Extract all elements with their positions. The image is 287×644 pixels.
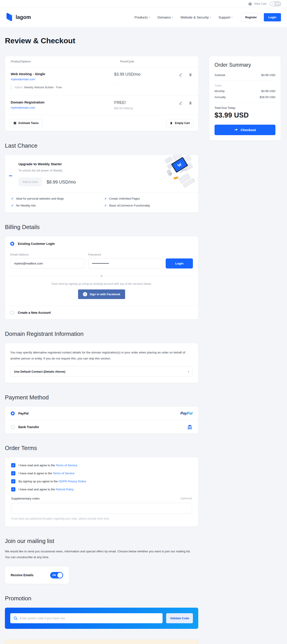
create-account-label: Create a New Account <box>18 311 50 314</box>
nav-products[interactable]: Products ▾ <box>134 16 150 19</box>
term-item: ✓ I have read and agree to the Refund Po… <box>11 487 192 492</box>
notes-optional-badge: (optional) <box>180 497 192 500</box>
upsell-feature: ✓ Ideal for personal websites and blogs <box>11 197 104 200</box>
terms-card: ✓ I have read and agree to the Terms of … <box>5 457 198 526</box>
terms-checkbox[interactable]: ✓ <box>11 471 16 476</box>
checkout-button[interactable]: Checkout <box>214 125 276 135</box>
validate-code-button[interactable]: Validate Code <box>166 613 193 623</box>
total-due-value: $3.99 USD <box>214 111 276 119</box>
paypal-logo: PayPal <box>180 411 192 416</box>
payment-heading: Payment Method <box>5 394 198 401</box>
promotion-bar: Validate Code <box>5 608 198 629</box>
table-row: Web Hosting - Single mytestdomain.com Ad… <box>5 67 198 96</box>
brand-logo[interactable]: lagom <box>6 13 31 22</box>
cart-col-price: Price/Cycle <box>120 60 192 63</box>
edit-icon[interactable] <box>179 73 183 77</box>
main-nav: Products ▾ Domains ▾ Website & Security … <box>134 16 232 19</box>
login-button[interactable]: Login <box>166 258 193 268</box>
order-summary-card: Order Summary Subtotal $3.99 USD Totals … <box>209 56 281 140</box>
upsell-title: Upgrade to Weebly Starter <box>18 162 76 166</box>
nav-website-security[interactable]: Website & Security ▾ <box>181 16 211 19</box>
upsell-feature: ✓ Create Unlimited Pages <box>104 197 192 200</box>
toggle-on-label: ON <box>52 574 56 576</box>
gdpr-privacy-link[interactable]: GDPR Privacy Notice <box>58 480 86 483</box>
facebook-icon: f <box>83 292 87 296</box>
empty-cart-button[interactable]: Empty Cart <box>166 119 193 127</box>
weebly-illustration: W <box>154 155 198 192</box>
register-button[interactable]: Register <box>241 13 261 22</box>
bank-transfer-radio[interactable] <box>11 425 15 429</box>
product-addon: Addon: Weebly Website Builder - Free <box>11 84 114 90</box>
refund-checkbox[interactable]: ✓ <box>11 487 16 492</box>
edit-icon[interactable] <box>179 101 183 105</box>
chevron-down-icon: ▾ <box>172 16 173 18</box>
term-item: ✓ I have read and agree to the Terms of … <box>11 463 192 468</box>
product-domain-link[interactable]: mytestdomain.com <box>11 78 114 81</box>
view-cart-button[interactable]: View Cart <box>248 2 266 6</box>
dark-mode-toggle[interactable]: ✳ OFF <box>270 1 281 6</box>
billing-heading: Billing Details <box>5 224 198 230</box>
calculator-icon <box>14 122 16 125</box>
supplementary-notes-input[interactable] <box>11 503 192 514</box>
payment-option-bank-transfer[interactable]: Bank Transfer <box>5 420 198 434</box>
refund-policy-link[interactable]: Refund Policy <box>56 488 74 491</box>
estimate-taxes-button[interactable]: Estimate Taxes <box>10 119 42 127</box>
upsell-card: Upgrade to Weebly Starter To unlock the … <box>5 155 198 212</box>
toggle-knob <box>57 573 62 578</box>
registrant-contact-select[interactable]: Use Default Contact (Details Above) ▾ <box>10 366 193 377</box>
terms-of-service-link[interactable]: Terms of Service <box>56 464 78 467</box>
header-login-button[interactable]: Login <box>264 13 281 22</box>
facebook-signin-button[interactable]: f Sign in with Facebook <box>78 290 125 299</box>
delete-icon[interactable] <box>188 101 192 105</box>
product-name: Web Hosting - Single <box>11 72 114 76</box>
chevron-down-icon: ▾ <box>210 16 211 18</box>
upsell-checkbox[interactable] <box>9 176 12 176</box>
cart-icon <box>248 2 252 6</box>
delete-icon[interactable] <box>188 73 192 77</box>
payment-option-paypal[interactable]: PayPal PayPal <box>5 407 198 420</box>
product-name: Domain Registration <box>11 100 114 104</box>
nav-support[interactable]: Support ▾ <box>218 16 232 19</box>
dark-mode-toggle-label: OFF <box>276 2 280 5</box>
product-domain-link[interactable]: mytestdomain.com <box>11 106 114 109</box>
monthly-value: $3.99 USD <box>261 90 276 93</box>
registrant-card: You may specify alternative registered c… <box>5 343 198 383</box>
social-signin-hint: Save time by signing up using an existin… <box>5 282 198 286</box>
email-label: Email Address <box>10 253 85 256</box>
email-field[interactable] <box>10 258 85 268</box>
brand-name: lagom <box>16 14 31 20</box>
registrant-heading: Domain Registrant Information <box>5 330 198 338</box>
or-divider: or <box>10 274 193 278</box>
password-field[interactable] <box>88 258 162 268</box>
existing-customer-label: Existing Customer Login <box>18 242 55 246</box>
paypal-radio[interactable] <box>11 412 15 416</box>
mailing-description: We would like to send you occasional new… <box>5 548 194 560</box>
promo-input-wrap <box>10 613 162 623</box>
chevron-down-icon: ▾ <box>232 16 232 18</box>
total-due-label: Total Due Today <box>214 106 276 110</box>
nav-domains[interactable]: Domains ▾ <box>158 16 173 19</box>
product-price-sub: $20.00 USD/1yr <box>114 107 167 110</box>
last-chance-heading: Last Chance <box>5 142 198 149</box>
monthly-label: Monthly <box>214 90 225 93</box>
upsell-subtitle: To unlock the full power of Weebly <box>18 169 76 172</box>
terms-of-service-link[interactable]: Terms of Service <box>53 472 74 475</box>
main-content: Review & Checkout Product/Options Price/… <box>0 27 287 644</box>
gdpr-checkbox[interactable]: ✓ <box>11 479 16 484</box>
add-to-cart-button[interactable]: Add to Cart <box>18 178 42 186</box>
existing-customer-radio[interactable] <box>10 242 14 246</box>
fraud-notice: This order form is provided in a secure … <box>5 640 198 644</box>
order-summary-title: Order Summary <box>214 62 276 68</box>
upsell-feature: ✓ No Weebly Ads <box>11 204 104 207</box>
check-icon: ✓ <box>104 204 107 207</box>
table-row: Domain Registration mytestdomain.com FRE… <box>5 96 198 115</box>
trash-icon <box>170 122 173 125</box>
terms-checkbox[interactable]: ✓ <box>11 463 16 468</box>
promo-code-input[interactable] <box>20 616 160 620</box>
product-price: FREE! <box>114 100 167 105</box>
notes-helper-text: If you have any additional thoughts rega… <box>11 517 192 520</box>
chevron-down-icon: ▾ <box>149 16 150 18</box>
terms-heading: Order Terms <box>5 445 198 452</box>
receive-emails-toggle[interactable]: ON <box>50 572 63 578</box>
create-account-radio[interactable] <box>10 311 14 315</box>
